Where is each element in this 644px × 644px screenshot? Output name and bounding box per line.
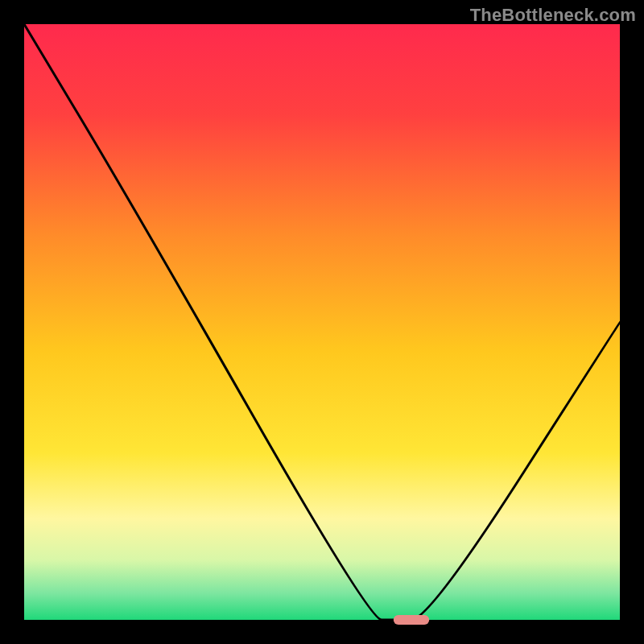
plot-background [24,24,620,620]
bottleneck-chart [0,0,644,644]
chart-stage: TheBottleneck.com [0,0,644,644]
watermark-text: TheBottleneck.com [470,5,636,26]
optimal-marker [394,615,429,625]
